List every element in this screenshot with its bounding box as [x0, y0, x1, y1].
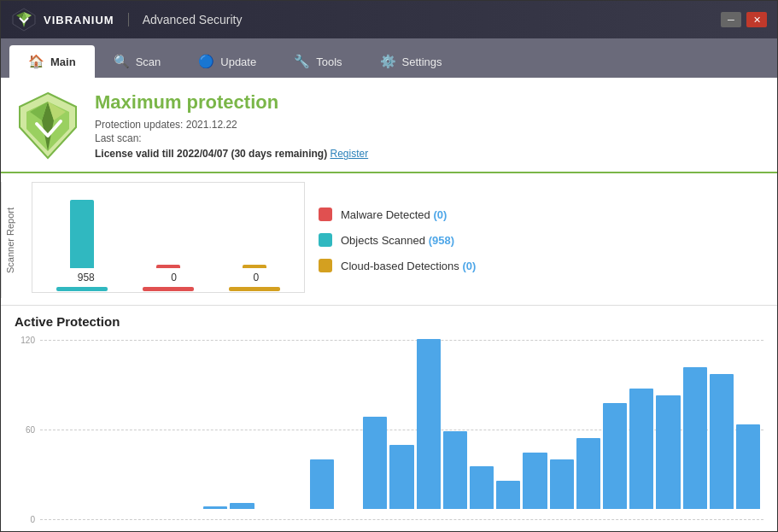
ap-bar-13: [389, 445, 413, 509]
ap-bar-18: [523, 453, 547, 509]
protection-info: Maximum protection Protection updates: 2…: [95, 91, 368, 160]
ap-bar-10: [310, 459, 334, 509]
grid-line-0: 0: [15, 515, 763, 524]
legend-cloud: Cloud-based Detections (0): [319, 259, 750, 272]
scan-icon: 🔍: [114, 54, 130, 69]
protection-header: Maximum protection Protection updates: 2…: [1, 78, 777, 173]
legend-cloud-label: Cloud-based Detections (0): [341, 260, 476, 272]
color-strip-cloud: [229, 287, 280, 291]
settings-icon: ⚙️: [380, 54, 396, 69]
ap-bar-25: [710, 374, 734, 509]
legend-malware-label: Malware Detected (0): [341, 208, 447, 221]
bar-label-2: 0: [254, 272, 260, 284]
logo-area: VIBRANIUM: [11, 7, 114, 32]
grid-label-120: 120: [15, 336, 35, 345]
legend-cloud-count: (0): [462, 260, 476, 272]
ap-bar-22: [629, 389, 653, 509]
bar-value-labels: 958 0 0: [39, 268, 297, 285]
scanner-report-label: Scanner Report: [1, 182, 25, 298]
legend-objects-count: (958): [429, 234, 454, 247]
tools-icon: 🔧: [294, 54, 310, 69]
tab-scan[interactable]: 🔍 Scan: [95, 45, 180, 78]
tab-update[interactable]: 🔵 Update: [179, 45, 275, 78]
ap-bar-6: [203, 506, 227, 509]
ap-bar-15: [443, 431, 467, 509]
tab-main-label: Main: [50, 56, 76, 68]
ap-bar-21: [603, 403, 627, 509]
minimize-button[interactable]: ─: [721, 12, 741, 27]
active-protection-chart: 120 60 0: [15, 336, 763, 524]
tab-settings-label: Settings: [402, 56, 442, 68]
tab-tools[interactable]: 🔧 Tools: [275, 45, 360, 78]
ap-bar-7: [230, 503, 254, 509]
ap-bar-24: [683, 367, 707, 509]
tab-tools-label: Tools: [316, 56, 342, 68]
register-link[interactable]: Register: [330, 148, 368, 160]
legend-area: Malware Detected (0) Objects Scanned (95…: [305, 182, 763, 298]
main-content: Maximum protection Protection updates: 2…: [1, 78, 777, 531]
bar-objects-scanned: [39, 200, 126, 268]
license-text: License valid till 2022/04/07 (30 days r…: [95, 148, 368, 160]
ap-bar-19: [550, 459, 574, 509]
bar-label-0: 958: [78, 272, 95, 284]
title-bar: VIBRANIUM Advanced Security ─ ✕: [1, 1, 777, 38]
grid-label-0: 0: [15, 515, 35, 524]
scanner-bar-chart: 958 0 0: [32, 182, 305, 293]
scanner-report-section: Scanner Report 958 0 0: [1, 173, 777, 306]
app-title: Advanced Security: [128, 13, 243, 26]
protection-status: Maximum protection: [95, 91, 368, 114]
home-icon: 🏠: [28, 54, 44, 69]
tab-main[interactable]: 🏠 Main: [9, 45, 95, 78]
bar-label-1: 0: [171, 272, 177, 284]
tab-settings[interactable]: ⚙️ Settings: [361, 45, 461, 78]
ap-bar-12: [363, 417, 387, 509]
last-scan-label: Last scan:: [95, 132, 368, 144]
scanner-bars: [39, 191, 297, 268]
legend-objects: Objects Scanned (958): [319, 233, 750, 247]
window-controls: ─ ✕: [721, 12, 767, 27]
ap-bar-16: [470, 466, 494, 509]
update-icon: 🔵: [198, 54, 214, 69]
legend-malware: Malware Detected (0): [319, 208, 750, 221]
tab-update-label: Update: [220, 56, 256, 68]
vibranium-logo-icon: [11, 7, 37, 32]
color-strip-malware: [143, 287, 194, 291]
license-label: License valid till 2022/04/07 (30 days r…: [95, 148, 327, 160]
color-strip-scanned: [56, 287, 108, 291]
brand-label: VIBRANIUM: [44, 14, 114, 26]
legend-dot-cloud: [319, 259, 332, 272]
grid-label-60: 60: [15, 425, 35, 435]
ap-bar-17: [496, 481, 520, 509]
legend-malware-count: (0): [433, 208, 447, 221]
legend-objects-label: Objects Scanned (958): [341, 234, 454, 247]
legend-dot-malware: [319, 208, 332, 221]
legend-dot-objects: [319, 233, 332, 247]
tab-scan-label: Scan: [136, 56, 161, 68]
ap-bar-26: [736, 424, 760, 510]
active-protection-bars: [44, 339, 760, 509]
app-window: VIBRANIUM Advanced Security ─ ✕ 🏠 Main 🔍…: [0, 0, 778, 532]
active-protection-title: Active Protection: [15, 314, 763, 329]
protection-updates: Protection updates: 2021.12.22: [95, 119, 368, 131]
nav-bar: 🏠 Main 🔍 Scan 🔵 Update 🔧 Tools ⚙️ Settin…: [1, 38, 777, 78]
close-button[interactable]: ✕: [746, 12, 767, 27]
grid-rule-0: [40, 519, 763, 520]
bar-scanned: [70, 200, 94, 268]
ap-bar-20: [576, 438, 600, 509]
ap-bar-23: [656, 395, 680, 509]
protection-shield-icon: [18, 91, 78, 160]
active-protection-section: Active Protection 120 60 0: [1, 306, 777, 531]
bar-color-strips: [39, 287, 297, 292]
ap-bar-14: [417, 339, 441, 509]
